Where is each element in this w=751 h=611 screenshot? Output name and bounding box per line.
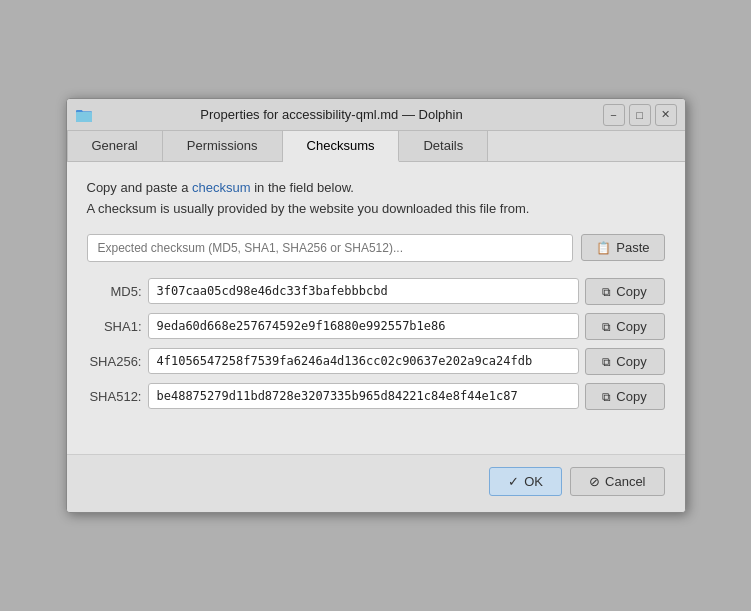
md5-value: 3f07caa05cd98e46dc33f3bafebbbcbd [148, 278, 579, 304]
tab-details[interactable]: Details [399, 131, 488, 161]
description-text: Copy and paste a checksum in the field b… [87, 178, 665, 220]
dialog-footer: OK Cancel [67, 454, 685, 512]
dialog-window: Properties for accessibility-qml.md — Do… [66, 98, 686, 513]
expected-checksum-input[interactable] [87, 234, 574, 262]
ok-button[interactable]: OK [489, 467, 562, 496]
copy-icon-sha1 [602, 319, 611, 334]
cancel-icon [589, 474, 600, 489]
sha1-value: 9eda60d668e257674592e9f16880e992557b1e86 [148, 313, 579, 339]
md5-label: MD5: [87, 284, 142, 299]
paste-icon [596, 240, 611, 255]
checksum-row-md5: MD5: 3f07caa05cd98e46dc33f3bafebbbcbd Co… [87, 278, 665, 305]
svg-rect-1 [76, 112, 92, 122]
description-line1: Copy and paste a checksum in the field b… [87, 178, 665, 199]
window-controls: − □ ✕ [603, 104, 677, 126]
maximize-button[interactable]: □ [629, 104, 651, 126]
ok-check-icon [508, 474, 519, 489]
sha1-copy-button[interactable]: Copy [585, 313, 665, 340]
tab-bar: General Permissions Checksums Details [67, 131, 685, 162]
sha256-copy-button[interactable]: Copy [585, 348, 665, 375]
tab-permissions[interactable]: Permissions [163, 131, 283, 161]
md5-copy-button[interactable]: Copy [585, 278, 665, 305]
checksum-row-sha512: SHA512: be48875279d11bd8728e3207335b965d… [87, 383, 665, 410]
sha512-copy-button[interactable]: Copy [585, 383, 665, 410]
tab-general[interactable]: General [67, 131, 163, 161]
sha256-value: 4f1056547258f7539fa6246a4d136cc02c90637e… [148, 348, 579, 374]
checksum-row-sha1: SHA1: 9eda60d668e257674592e9f16880e99255… [87, 313, 665, 340]
description-line2: A checksum is usually provided by the we… [87, 199, 665, 220]
sha512-label: SHA512: [87, 389, 142, 404]
copy-icon-md5 [602, 284, 611, 299]
content-area: Copy and paste a checksum in the field b… [67, 162, 685, 434]
sha512-value: be48875279d11bd8728e3207335b965d84221c84… [148, 383, 579, 409]
window-title: Properties for accessibility-qml.md — Do… [101, 107, 563, 122]
tab-checksums[interactable]: Checksums [283, 131, 400, 162]
paste-button[interactable]: Paste [581, 234, 664, 261]
folder-icon [75, 106, 93, 124]
minimize-button[interactable]: − [603, 104, 625, 126]
checksum-highlight: checksum [192, 180, 251, 195]
copy-icon-sha512 [602, 389, 611, 404]
sha256-label: SHA256: [87, 354, 142, 369]
checksum-row-sha256: SHA256: 4f1056547258f7539fa6246a4d136cc0… [87, 348, 665, 375]
cancel-button[interactable]: Cancel [570, 467, 664, 496]
paste-row: Paste [87, 234, 665, 262]
titlebar: Properties for accessibility-qml.md — Do… [67, 99, 685, 131]
sha1-label: SHA1: [87, 319, 142, 334]
close-button[interactable]: ✕ [655, 104, 677, 126]
copy-icon-sha256 [602, 354, 611, 369]
